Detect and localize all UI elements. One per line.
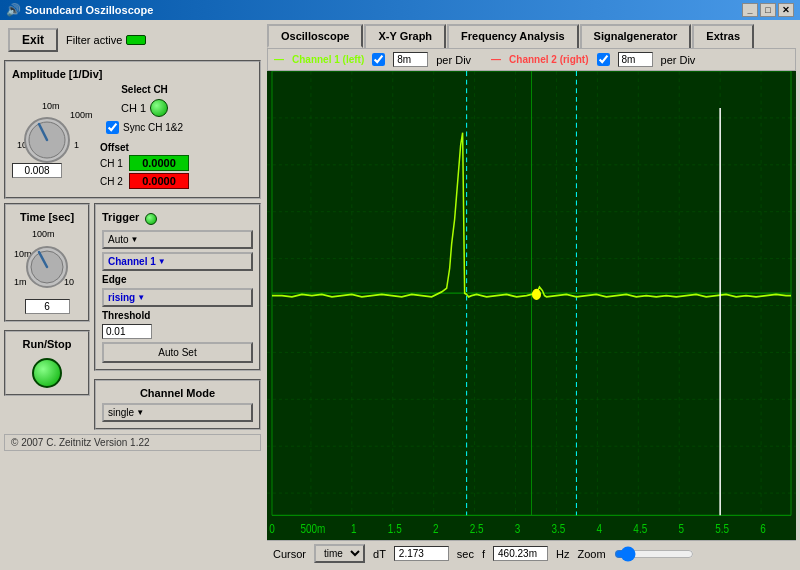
ch1-color-bar: —: [274, 54, 284, 65]
copyright-text: © 2007 C. Zeitnitz Version 1.22: [11, 437, 150, 448]
offset-title: Offset: [100, 142, 189, 153]
oscilloscope-grid: 0 500m 1 1.5 2 2.5 3 3.5 4 4.5 5 5.5 6 T…: [267, 71, 796, 540]
channel-mode-panel: Channel Mode single ▼: [94, 379, 261, 430]
svg-text:10m: 10m: [42, 101, 60, 111]
tab-extras[interactable]: Extras: [692, 24, 754, 48]
tab-xy-graph[interactable]: X-Y Graph: [364, 24, 446, 48]
sync-label: Sync CH 1&2: [123, 122, 183, 133]
dt-unit: sec: [457, 548, 474, 560]
svg-text:5: 5: [678, 522, 684, 535]
time-title: Time [sec]: [20, 211, 74, 223]
svg-text:100m: 100m: [32, 229, 55, 239]
zoom-label: Zoom: [578, 548, 606, 560]
edge-title: Edge: [102, 274, 253, 285]
time-knob[interactable]: 100m 10m 1m 10: [12, 227, 82, 297]
amplitude-knob[interactable]: 10m 100m 1 100u 0.008: [12, 98, 92, 178]
channel-mode-title: Channel Mode: [140, 387, 215, 399]
title-bar: 🔊 Soundcard Oszilloscope _ □ ✕: [0, 0, 800, 20]
ch1-led[interactable]: [150, 99, 168, 117]
ch1-offset-row: CH 1 0.0000: [100, 155, 189, 171]
ch2-offset-value[interactable]: 0.0000: [129, 173, 189, 189]
svg-text:3.5: 3.5: [552, 522, 566, 535]
ch1-checkbox[interactable]: [372, 53, 385, 66]
svg-text:3: 3: [515, 522, 521, 535]
app-icon: 🔊: [6, 3, 21, 17]
cursor-bar: Cursor time dT sec f Hz Zoom: [267, 540, 796, 566]
app-title: Soundcard Oszilloscope: [25, 4, 153, 16]
tabs: Oscilloscope X-Y Graph Frequency Analysi…: [267, 24, 796, 48]
time-value[interactable]: 6: [25, 299, 70, 314]
close-button[interactable]: ✕: [778, 3, 794, 17]
copyright-bar: © 2007 C. Zeitnitz Version 1.22: [4, 434, 261, 451]
ch1-offset-value[interactable]: 0.0000: [129, 155, 189, 171]
dt-value-input[interactable]: [394, 546, 449, 561]
autoset-button[interactable]: Auto Set: [102, 342, 253, 363]
f-value-input[interactable]: [493, 546, 548, 561]
run-stop-panel: Run/Stop: [4, 330, 90, 396]
dt-label: dT: [373, 548, 386, 560]
zoom-slider[interactable]: [614, 546, 694, 562]
trigger-edge-dropdown[interactable]: rising ▼: [102, 288, 253, 307]
f-label: f: [482, 548, 485, 560]
svg-text:1: 1: [351, 522, 357, 535]
svg-text:4.5: 4.5: [633, 522, 647, 535]
ch1-offset-label: CH 1: [100, 158, 125, 169]
select-ch-label: Select CH: [121, 84, 168, 95]
threshold-title: Threshold: [102, 310, 253, 321]
filter-led: [126, 35, 146, 45]
svg-text:500m: 500m: [300, 522, 325, 535]
run-stop-button[interactable]: [32, 358, 62, 388]
time-panel: Time [sec] 100m 10m 1m 10 6: [4, 203, 90, 322]
amplitude-knob-area: 10m 100m 1 100u 0.008 Select CH: [12, 84, 253, 191]
sync-checkbox[interactable]: [106, 121, 119, 134]
ch1-label: Channel 1 (left): [292, 54, 364, 65]
filter-active-indicator: Filter active: [66, 34, 146, 46]
trigger-channel-dropdown[interactable]: Channel 1 ▼: [102, 252, 253, 271]
ch2-per-div-label: per Div: [661, 54, 696, 66]
right-panel: Oscilloscope X-Y Graph Frequency Analysi…: [265, 20, 800, 570]
cursor-title: Cursor: [273, 548, 306, 560]
bottom-left: Time [sec] 100m 10m 1m 10 6: [4, 203, 261, 430]
threshold-input[interactable]: [102, 324, 152, 339]
trigger-led: [145, 213, 157, 225]
sync-check[interactable]: Sync CH 1&2: [106, 121, 183, 134]
channel-mode-dropdown[interactable]: single ▼: [102, 403, 253, 422]
ch2-per-div-input[interactable]: [618, 52, 653, 67]
exit-button[interactable]: Exit: [8, 28, 58, 52]
svg-point-44: [532, 289, 540, 299]
ch2-color-bar: —: [491, 54, 501, 65]
tab-freq-analysis[interactable]: Frequency Analysis: [447, 24, 579, 48]
title-bar-buttons: _ □ ✕: [742, 3, 794, 17]
oscilloscope-screen[interactable]: 0 500m 1 1.5 2 2.5 3 3.5 4 4.5 5 5.5 6 T…: [267, 71, 796, 540]
svg-text:5.5: 5.5: [715, 522, 729, 535]
ch2-checkbox[interactable]: [597, 53, 610, 66]
maximize-button[interactable]: □: [760, 3, 776, 17]
svg-text:6: 6: [760, 522, 766, 535]
left-panel: Exit Filter active Amplitude [1/Div] 10m…: [0, 20, 265, 570]
tab-signal-gen[interactable]: Signalgenerator: [580, 24, 692, 48]
minimize-button[interactable]: _: [742, 3, 758, 17]
svg-text:100m: 100m: [70, 110, 92, 120]
svg-text:2.5: 2.5: [470, 522, 484, 535]
filter-active-label: Filter active: [66, 34, 122, 46]
ch1-per-div-input[interactable]: [393, 52, 428, 67]
tab-oscilloscope[interactable]: Oscilloscope: [267, 24, 363, 48]
cursor-type-dropdown[interactable]: time: [314, 544, 365, 563]
svg-text:2: 2: [433, 522, 439, 535]
svg-text:1: 1: [74, 140, 79, 150]
offset-section: Offset CH 1 0.0000 CH 2 0.0000: [100, 142, 189, 191]
amplitude-title: Amplitude [1/Div]: [12, 68, 253, 80]
svg-text:1.5: 1.5: [388, 522, 402, 535]
trigger-panel: Trigger Auto ▼ Channel 1 ▼ Edge rising: [94, 203, 261, 371]
ch1-radio-label: CH 1: [121, 102, 146, 114]
f-unit: Hz: [556, 548, 569, 560]
ch-radio-area: CH 1: [121, 99, 168, 117]
trigger-header: Trigger: [102, 211, 253, 227]
trigger-title: Trigger: [102, 211, 139, 223]
top-controls: Exit Filter active: [4, 24, 261, 56]
amplitude-value[interactable]: 0.008: [12, 163, 62, 178]
trigger-mode-dropdown[interactable]: Auto ▼: [102, 230, 253, 249]
svg-text:10: 10: [64, 277, 74, 287]
ch1-per-div-label: per Div: [436, 54, 471, 66]
channel-bar: — Channel 1 (left) per Div — Channel 2 (…: [267, 48, 796, 71]
